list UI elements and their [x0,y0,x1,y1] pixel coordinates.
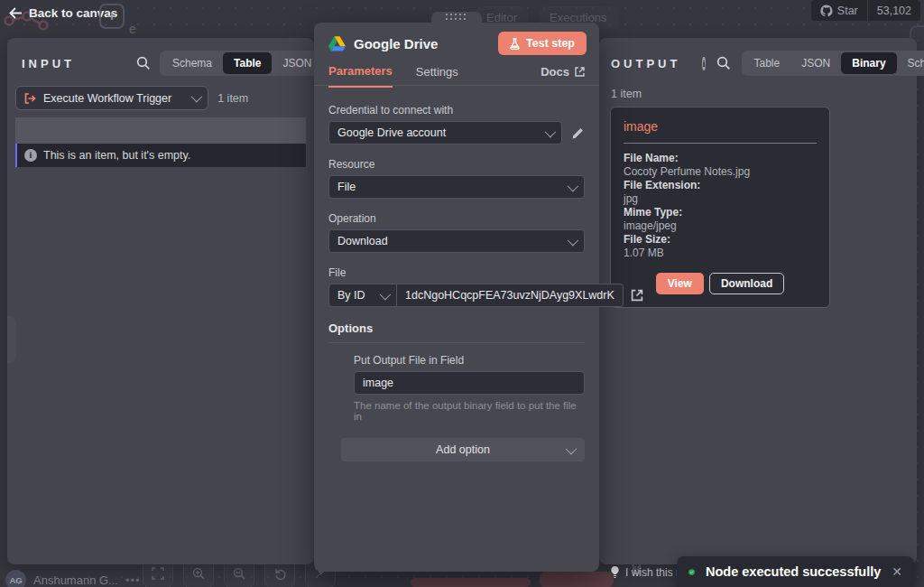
output-tab-table[interactable]: Table [744,52,791,74]
output-tab-schema[interactable]: Schema [897,52,924,74]
binary-data-card: image File Name: Cocoty Perfume Notes.jp… [610,107,830,308]
info-icon: i [24,149,37,162]
resource-value: File [337,181,356,193]
download-file-button[interactable]: Download [709,273,784,294]
user-menu[interactable]: AG Anshumann G... ••• [5,570,141,587]
file-mode-select[interactable]: By ID [328,284,397,307]
output-items-count: 1 item [599,85,917,100]
operation-label: Operation [328,212,585,225]
chevron-down-icon [380,288,392,300]
file-id-input[interactable]: 1dcNgoHCqcpFEA73uvzNjDAyg9XLwdrK [397,284,624,307]
credential-value: Google Drive account [337,126,446,139]
toast-close-icon[interactable]: ✕ [892,564,902,579]
workflow-trigger-icon [24,93,36,104]
input-search-button[interactable] [136,56,151,70]
input-panel-drag-handle[interactable] [7,316,16,363]
input-tab-schema[interactable]: Schema [162,52,223,74]
dialog-drag-handle[interactable] [431,12,482,24]
tab-settings[interactable]: Settings [416,65,458,87]
binary-field-label: File Extension: [624,179,817,192]
lightbulb-icon [610,565,620,579]
output-field-help: The name of the output binary field to p… [354,400,585,422]
binary-field-label: File Name: [624,152,817,165]
input-empty-item-row[interactable]: i This is an item, but it's empty. [15,144,306,167]
input-view-tabs: Schema Table JSON [160,51,325,76]
output-tab-binary[interactable]: Binary [841,52,896,74]
output-field-input[interactable]: image [354,371,585,395]
add-option-button[interactable]: Add option [341,438,585,461]
input-empty-message: This is an item, but it's empty. [43,149,190,162]
info-icon[interactable]: i [702,57,705,70]
resource-select[interactable]: File [328,175,585,199]
chevron-down-icon [568,234,579,246]
docs-label: Docs [541,65,569,79]
github-star-widget[interactable]: Star 53,102 [811,0,920,21]
input-table-header [15,117,306,144]
chevron-down-icon [568,180,579,191]
user-name: Anshumann G... [33,573,118,587]
search-icon [136,56,151,70]
output-panel: OUTPUT i Table JSON Binary Schema 1 item… [599,38,917,564]
ghost-canvas-label: e [129,22,136,36]
input-panel: INPUT Schema Table JSON Execute Workflow… [7,38,314,564]
binary-field-value: image/jpeg [624,219,817,233]
external-link-icon [631,289,643,302]
drag-dots-icon [446,14,468,23]
github-star-label: Star [837,5,858,17]
expand-expression-button[interactable] [631,289,643,302]
github-star-count[interactable]: 53,102 [868,0,920,21]
output-search-button[interactable] [716,56,731,70]
options-section-title: Options [328,321,585,343]
chevron-down-icon [545,126,557,137]
add-option-label: Add option [436,443,490,456]
output-field-label: Put Output File in Field [354,354,585,367]
binary-key: image [624,119,817,134]
test-step-label: Test step [526,37,575,50]
github-star-button[interactable]: Star [811,0,867,21]
toast-success-icon [688,563,695,582]
output-panel-title: OUTPUT [611,57,680,70]
chevron-down-icon [191,91,203,103]
pencil-icon [571,126,585,140]
flask-icon [510,38,520,50]
resource-label: Resource [328,158,585,171]
ghost-button [540,572,614,587]
binary-field-value: jpg [624,192,817,206]
zoom-in-icon [192,567,206,581]
output-tab-json[interactable]: JSON [790,52,841,74]
file-label: File [328,266,585,279]
credential-select[interactable]: Google Drive account [328,121,562,144]
search-icon [716,56,731,70]
input-panel-title: INPUT [22,57,75,70]
credential-label: Credential to connect with [328,104,585,116]
binary-field-value: Cocoty Perfume Notes.jpg [624,165,817,179]
input-source-label: Execute Workflow Trigger [43,92,171,105]
input-tab-table[interactable]: Table [223,52,272,74]
operation-select[interactable]: Download [328,229,585,253]
test-step-button[interactable]: Test step [498,32,587,55]
input-source-select[interactable]: Execute Workflow Trigger [15,86,208,110]
external-link-icon [575,67,585,77]
user-more-icon[interactable]: ••• [125,573,141,587]
edit-credential-button[interactable] [571,126,585,140]
tab-parameters[interactable]: Parameters [328,64,393,88]
binary-field-label: File Size: [624,233,817,247]
docs-link[interactable]: Docs [541,65,585,87]
node-title: Google Drive [354,36,438,51]
file-mode-value: By ID [337,289,365,302]
input-items-count: 1 item [217,92,248,105]
chevron-down-icon [566,443,578,454]
view-file-button[interactable]: View [656,273,704,294]
binary-field-label: Mime Type: [624,206,817,219]
operation-value: Download [337,235,388,247]
fit-view-icon [152,567,164,580]
zoom-out-icon [233,567,246,581]
google-drive-icon [328,36,346,51]
output-view-tabs: Table JSON Binary Schema [742,51,924,76]
binary-field-value: 1.07 MB [624,247,817,260]
github-icon [820,5,833,17]
arrow-left-icon [9,7,23,19]
add-node-button[interactable]: + [99,4,125,29]
node-settings-dialog: Google Drive Test step Parameters Settin… [314,23,599,572]
toast-notification: Node executed successfully ✕ [677,556,914,587]
